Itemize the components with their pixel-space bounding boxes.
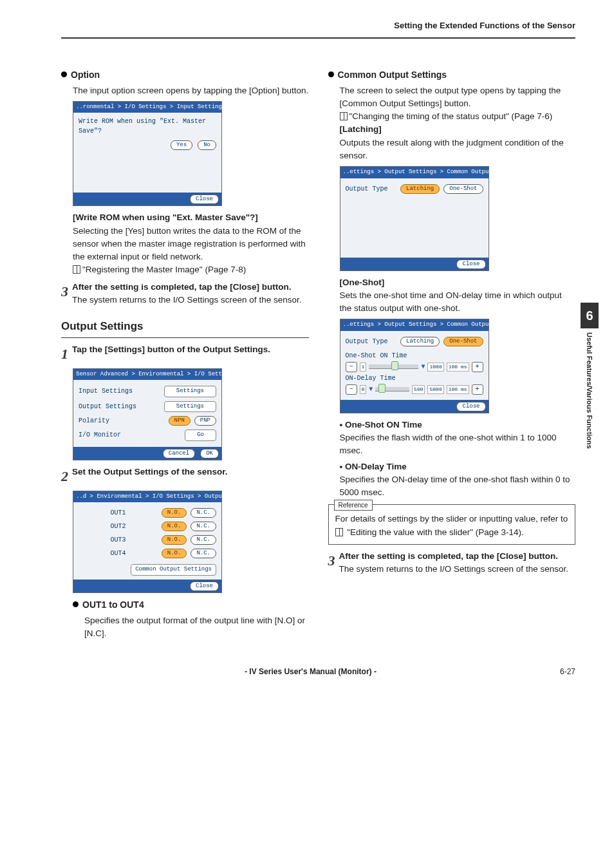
- cos-desc: The screen to select the output type ope…: [340, 84, 576, 111]
- step-number-3: 3: [61, 281, 68, 307]
- step3r-hd: After the setting is completed, tap the …: [339, 550, 576, 563]
- minus-button[interactable]: −: [346, 384, 357, 395]
- no-button[interactable]: N.O.: [162, 535, 187, 545]
- latching-button[interactable]: Latching: [400, 184, 440, 194]
- page-number: 6-27: [560, 666, 575, 677]
- output-type-label: Output Type: [346, 184, 397, 194]
- slider-value: 1000: [427, 363, 443, 372]
- slider-mid: 500: [412, 385, 425, 394]
- oson-sub-body: Specifies the flash width of the one-sho…: [340, 431, 576, 458]
- down-arrow-icon[interactable]: ▼: [421, 362, 425, 372]
- nc-button[interactable]: N.C.: [191, 508, 216, 518]
- out4-label: OUT4: [79, 549, 158, 558]
- step3-body: The system returns to the I/O Settings s…: [72, 294, 309, 307]
- book-icon: [340, 112, 348, 120]
- book-icon: [73, 265, 80, 274]
- oneshot-button[interactable]: One-Shot: [443, 337, 483, 346]
- cos-heading: Common Output Settings: [328, 68, 576, 82]
- bullet-icon: [61, 71, 67, 77]
- prompt-text: Write ROM when using "Ext. Master Save"?: [79, 117, 216, 136]
- down-arrow-icon[interactable]: ▼: [369, 384, 373, 394]
- page-footer: - IV Series User's Manual (Monitor) - 6-…: [61, 666, 575, 677]
- option-heading: Option: [61, 68, 309, 82]
- cross-ref: "Registering the Master Image" (Page 7-8…: [73, 263, 309, 276]
- plus-button[interactable]: +: [472, 362, 483, 372]
- unit-label: 100 ms: [447, 363, 469, 372]
- oneshot-screenshot: ..ettings > Output Settings > Common Out…: [340, 319, 489, 413]
- step-number-2: 2: [61, 466, 68, 487]
- breadcrumb: Sensor Advanced > Environmental > I/O Se…: [73, 369, 221, 381]
- oneshot-body: Sets the one-shot time and ON-delay time…: [340, 289, 576, 316]
- pnp-button[interactable]: PNP: [194, 416, 216, 426]
- slider-track[interactable]: [369, 364, 418, 369]
- ondly-sub-heading: • ON-Delay Time: [340, 460, 576, 473]
- nc-button[interactable]: N.C.: [191, 549, 216, 558]
- step-number-1: 1: [61, 343, 68, 364]
- step-number-3: 3: [328, 550, 335, 576]
- breadcrumb: ..ettings > Output Settings > Common Out…: [340, 319, 488, 331]
- settings-button[interactable]: Settings: [164, 386, 216, 397]
- slider-min: 1: [360, 363, 367, 372]
- no-button[interactable]: N.O.: [162, 522, 187, 531]
- row-label: Polarity: [79, 416, 165, 426]
- common-output-settings-button[interactable]: Common Output Settings: [131, 564, 216, 576]
- breadcrumb: ..ronmental > I/O Settings > Input Setti…: [73, 102, 221, 113]
- output-type-label: Output Type: [346, 337, 397, 346]
- slider-handle[interactable]: [378, 384, 386, 393]
- oneshot-on-time-label: One-Shot ON Time: [346, 351, 483, 361]
- reference-link: "Editing the value with the slider" (Pag…: [347, 527, 523, 537]
- book-icon: [335, 528, 343, 536]
- out3-label: OUT3: [79, 535, 158, 545]
- no-button[interactable]: N.O.: [162, 508, 187, 518]
- nc-button[interactable]: N.C.: [191, 522, 216, 531]
- npn-button[interactable]: NPN: [169, 416, 191, 426]
- reference-text: For details of settings by the slider or…: [335, 514, 568, 524]
- breadcrumb: ..ettings > Output Settings > Common Out…: [340, 167, 488, 178]
- cancel-button[interactable]: Cancel: [163, 449, 195, 458]
- no-button[interactable]: No: [198, 140, 216, 150]
- close-button[interactable]: Close: [190, 581, 219, 591]
- right-column: Common Output Settings The screen to sel…: [328, 64, 576, 641]
- option-screenshot: ..ronmental > I/O Settings > Input Setti…: [73, 101, 222, 207]
- option-desc: The input option screen opens by tapping…: [73, 84, 309, 97]
- close-button[interactable]: Close: [190, 194, 219, 204]
- ondly-sub-body: Specifies the ON-delay time of the one-s…: [340, 473, 576, 500]
- ok-button[interactable]: OK: [200, 449, 219, 458]
- out2-label: OUT2: [79, 522, 158, 531]
- no-button[interactable]: N.O.: [162, 549, 187, 558]
- nc-button[interactable]: N.C.: [191, 535, 216, 545]
- cross-ref: "Changing the timing of the status outpu…: [340, 110, 576, 123]
- latching-button[interactable]: Latching: [400, 337, 440, 346]
- oneshot-button[interactable]: One-Shot: [443, 184, 483, 194]
- close-button[interactable]: Close: [456, 259, 485, 269]
- minus-button[interactable]: −: [346, 362, 357, 372]
- slider-track[interactable]: [375, 387, 409, 392]
- footer-title: - IV Series User's Manual (Monitor) -: [61, 666, 560, 677]
- step3r-body: The system returns to the I/O Settings s…: [339, 563, 576, 576]
- unit-label: 100 ms: [447, 385, 469, 394]
- step2-hd: Set the Output Settings of the sensor.: [72, 466, 309, 478]
- reference-box: Reference For details of settings by the…: [328, 504, 576, 545]
- slider-handle[interactable]: [391, 361, 398, 370]
- close-button[interactable]: Close: [456, 402, 485, 411]
- settings-button[interactable]: Settings: [164, 401, 216, 413]
- latching-body: Outputs the result along with the judgme…: [340, 137, 576, 163]
- write-rom-heading: [Write ROM when using "Ext. Master Save"…: [73, 211, 309, 224]
- chapter-label: Useful Features/Various Functions: [584, 332, 595, 449]
- yes-button[interactable]: Yes: [171, 140, 192, 150]
- plus-button[interactable]: +: [472, 384, 483, 395]
- latching-heading: [Latching]: [340, 123, 576, 136]
- go-button[interactable]: Go: [185, 429, 216, 441]
- bullet-icon: [73, 601, 79, 607]
- row-label: I/O Monitor: [79, 430, 181, 440]
- oneshot-heading: [One-Shot]: [340, 276, 576, 289]
- step3-hd: After the setting is completed, tap the …: [72, 281, 309, 294]
- row-label: Input Settings: [79, 386, 160, 396]
- step1-hd: Tap the [Settings] button of the Output …: [72, 343, 309, 356]
- on-delay-time-label: ON-Delay Time: [346, 373, 483, 383]
- latching-screenshot: ..ettings > Output Settings > Common Out…: [340, 166, 489, 271]
- chapter-tab: 6 Useful Features/Various Functions: [581, 303, 599, 509]
- row-label: Output Settings: [79, 402, 160, 411]
- out1-4-heading: OUT1 to OUT4: [73, 598, 309, 612]
- reference-tag: Reference: [334, 500, 373, 511]
